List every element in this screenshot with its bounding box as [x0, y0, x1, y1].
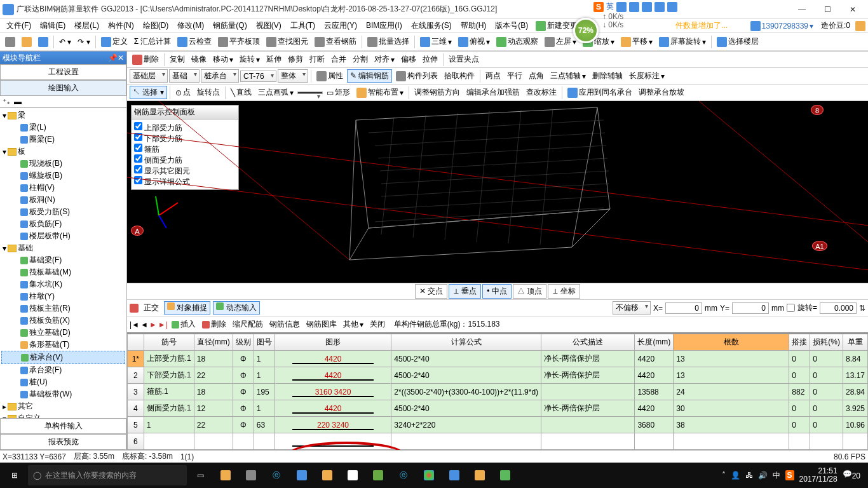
- table-row[interactable]: 3 箍筋.118Φ195 3160 3420 2*((3500-2*40)+(3…: [128, 384, 868, 400]
- tray-volume-icon[interactable]: 🔊: [758, 471, 768, 480]
- report-preview-tab[interactable]: 报表预览: [0, 434, 126, 450]
- properties-button[interactable]: 属性: [314, 69, 346, 83]
- notice-link[interactable]: 件数量增加了...: [675, 20, 728, 31]
- rotate-input[interactable]: 0.000: [820, 302, 857, 314]
- ime-icon-3[interactable]: [642, 2, 652, 12]
- view-steel-button[interactable]: 查看钢筋: [312, 35, 359, 48]
- 3d-viewport[interactable]: 钢筋显示控制面板 上部受力筋 下部受力筋 箍筋 侧面受力筋 显示其它图元 显示详…: [127, 101, 868, 283]
- taskbar-ie[interactable]: ⓔ: [391, 465, 416, 485]
- taskbar-app-2[interactable]: [239, 465, 263, 485]
- minimize-button[interactable]: —: [789, 2, 815, 17]
- rebar-table[interactable]: 筋号 直径(mm) 级别 图号 图形 计算公式 公式描述 长度(mm) 根数 搭…: [127, 332, 868, 450]
- menu-version[interactable]: 版本号(B): [491, 19, 532, 32]
- dynamic-input-button[interactable]: 动态输入: [213, 301, 259, 315]
- snap-coord[interactable]: ⊥ 坐标: [548, 284, 580, 299]
- screen-button[interactable]: 左屏 ▾: [542, 35, 579, 48]
- rebar-info-button[interactable]: 钢筋信息: [267, 318, 302, 331]
- menu-draw[interactable]: 绘图(D): [139, 19, 173, 32]
- taskbar-edge[interactable]: ⓔ: [264, 465, 288, 485]
- trim-button[interactable]: 修剪: [285, 53, 306, 66]
- layer-select[interactable]: 基础层: [130, 69, 168, 83]
- line-tool[interactable]: ╲ 直线: [228, 86, 254, 99]
- user-id[interactable]: 13907298339 ▾: [748, 20, 816, 32]
- table-row[interactable]: 5 122Φ63 220 3240 3240+2*2203680380010.9…: [128, 417, 868, 433]
- nav-last[interactable]: ►|: [158, 320, 168, 329]
- sum-button[interactable]: Σ 汇总计算: [132, 35, 174, 48]
- whole-select[interactable]: 整体: [278, 69, 308, 83]
- sidebar-close-icon[interactable]: ✕: [118, 53, 124, 62]
- tab-project-settings[interactable]: 工程设置: [0, 64, 126, 80]
- task-view-button[interactable]: ▭: [188, 465, 212, 485]
- menu-help[interactable]: 帮助(H): [457, 19, 491, 32]
- split-button[interactable]: 分割: [350, 53, 370, 66]
- new-button[interactable]: [3, 36, 18, 48]
- open-button[interactable]: [19, 36, 34, 48]
- pan-button[interactable]: 平移 ▾: [618, 35, 655, 48]
- check-annotation-button[interactable]: 查改标注: [524, 86, 559, 99]
- pick-component-button[interactable]: 拾取构件: [442, 69, 477, 83]
- maximize-button[interactable]: ☐: [815, 2, 840, 17]
- nav-prev[interactable]: ◄: [140, 320, 148, 329]
- snap-vertex[interactable]: △ 顶点: [513, 284, 546, 299]
- instance-select[interactable]: CT-76: [240, 71, 276, 82]
- col-formula[interactable]: 计算公式: [391, 334, 541, 351]
- snap-intersect[interactable]: ✕ 交点: [415, 284, 447, 299]
- merge-button[interactable]: 合并: [329, 53, 349, 66]
- menu-tools[interactable]: 工具(T): [287, 19, 319, 32]
- menu-component[interactable]: 构件(N): [104, 19, 138, 32]
- snap-perpendicular[interactable]: ⊥ 垂点: [449, 284, 481, 299]
- edit-rebar-button[interactable]: ✎ 编辑钢筋: [347, 69, 392, 83]
- taskbar-app-7[interactable]: [493, 465, 517, 485]
- col-loss[interactable]: 损耗(%): [810, 334, 843, 351]
- ime-icon-1[interactable]: [616, 2, 627, 12]
- table-row[interactable]: 6: [128, 433, 868, 450]
- save-button[interactable]: [36, 36, 51, 48]
- tray-notifications[interactable]: 💬20: [843, 470, 860, 480]
- taskbar-app-6[interactable]: [468, 465, 492, 485]
- col-weight[interactable]: 单重: [843, 334, 867, 351]
- object-snap-button[interactable]: 对象捕捉: [164, 301, 210, 315]
- cloud-check-button[interactable]: 云检查: [175, 35, 214, 48]
- ime-icon-2[interactable]: [629, 2, 639, 12]
- close-table-button[interactable]: 关闭: [367, 318, 388, 331]
- y-input[interactable]: 0: [732, 302, 769, 314]
- col-diameter[interactable]: 直径(mm): [194, 334, 233, 351]
- taskbar-app-3[interactable]: [290, 465, 314, 485]
- define-button[interactable]: 定义: [98, 35, 130, 48]
- col-shape[interactable]: 图形: [275, 334, 391, 351]
- menu-file[interactable]: 文件(F): [3, 19, 35, 32]
- offset-button[interactable]: 偏移: [398, 53, 419, 66]
- taskbar-explorer[interactable]: [315, 465, 339, 485]
- rotate-point-tool[interactable]: 旋转点: [194, 86, 222, 99]
- find-elem-button[interactable]: 查找图元: [264, 35, 311, 48]
- col-level[interactable]: 级别: [233, 334, 254, 351]
- parallel-button[interactable]: 平行: [505, 69, 525, 83]
- select-floor-button[interactable]: 选择楼层: [714, 35, 761, 48]
- menu-bim[interactable]: BIM应用(I): [362, 19, 406, 32]
- start-button[interactable]: ⊞: [3, 465, 27, 485]
- ime-icon-5[interactable]: [667, 2, 677, 12]
- copy-button[interactable]: 复制: [167, 53, 187, 66]
- component-list-button[interactable]: 构件列表: [393, 69, 440, 83]
- smart-layout-button[interactable]: 智能布置 ▾: [354, 86, 406, 99]
- dimension-button[interactable]: 长度标注 ▾: [627, 69, 667, 83]
- insert-row-button[interactable]: 插入: [169, 318, 198, 331]
- ime-lang[interactable]: 英: [606, 1, 614, 12]
- table-row[interactable]: 1* 上部受力筋.118Φ1 4420 4500-2*40净长-两倍保护层442…: [128, 351, 868, 367]
- table-row[interactable]: 2 下部受力筋.122Φ1 4420 4500-2*40净长-两倍保护层4420…: [128, 367, 868, 384]
- dynamic-view-button[interactable]: 动态观察: [494, 35, 541, 48]
- stretch-button[interactable]: 拉伸: [420, 53, 440, 66]
- two-point-button[interactable]: 两点: [483, 69, 503, 83]
- tray-people-icon[interactable]: 👤: [731, 471, 740, 480]
- batch-select-button[interactable]: 批量选择: [365, 35, 412, 48]
- menu-modify[interactable]: 修改(M): [173, 19, 208, 32]
- offset-mode-select[interactable]: 不偏移: [613, 301, 651, 315]
- type-select[interactable]: 桩承台: [201, 69, 239, 83]
- sidebar-pin-icon[interactable]: 📌: [108, 53, 118, 62]
- stepper-icon[interactable]: ⇅: [859, 304, 865, 313]
- apply-same-button[interactable]: 应用到同名承台: [565, 86, 635, 99]
- col-name[interactable]: 筋号: [144, 334, 194, 351]
- undo-button[interactable]: ↶ ▾: [57, 36, 74, 48]
- delete-axis-button[interactable]: 删除辅轴: [590, 69, 625, 83]
- rebar-lib-button[interactable]: 钢筋图库: [304, 318, 339, 331]
